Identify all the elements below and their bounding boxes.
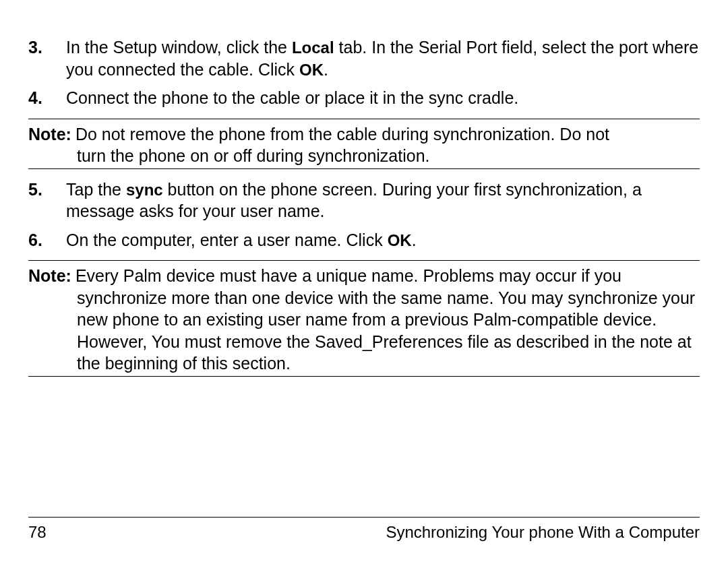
note-continuation: synchronize more than one device with th… bbox=[77, 287, 700, 375]
step-body: Tap the sync button on the phone screen.… bbox=[66, 179, 700, 222]
note-firstline: Every Palm device must have a unique nam… bbox=[75, 265, 700, 287]
footer-line: 78 Synchronizing Your phone With a Compu… bbox=[28, 523, 700, 542]
step-number: 6. bbox=[28, 229, 66, 251]
ui-term-sync: sync bbox=[126, 181, 163, 199]
text: In the Setup window, click the bbox=[66, 38, 292, 57]
step-body: Connect the phone to the cable or place … bbox=[66, 87, 700, 109]
step-number: 4. bbox=[28, 87, 66, 109]
note-1: Note: Do not remove the phone from the c… bbox=[28, 119, 700, 169]
ui-term-local: Local bbox=[292, 38, 334, 57]
section-title: Synchronizing Your phone With a Computer bbox=[386, 523, 700, 542]
step-3: 3. In the Setup window, click the Local … bbox=[28, 36, 700, 80]
text: Connect the phone to the cable or place … bbox=[66, 88, 518, 107]
step-number: 5. bbox=[28, 179, 66, 201]
divider bbox=[28, 168, 700, 169]
note-label: Note: bbox=[28, 265, 71, 287]
note-continuation: turn the phone on or off during synchron… bbox=[77, 145, 700, 167]
text: On the computer, enter a user name. Clic… bbox=[66, 230, 388, 249]
ui-term-ok: OK bbox=[299, 61, 324, 79]
step-number: 3. bbox=[28, 36, 66, 59]
divider bbox=[28, 260, 700, 261]
step-6: 6. On the computer, enter a user name. C… bbox=[28, 229, 700, 251]
text: . bbox=[324, 60, 328, 79]
step-4: 4. Connect the phone to the cable or pla… bbox=[28, 87, 700, 109]
page: 3. In the Setup window, click the Local … bbox=[0, 0, 728, 562]
note-2: Note: Every Palm device must have a uniq… bbox=[28, 260, 700, 377]
page-content: 3. In the Setup window, click the Local … bbox=[28, 36, 700, 377]
page-footer: 78 Synchronizing Your phone With a Compu… bbox=[28, 517, 700, 542]
note-row: Note: Every Palm device must have a uniq… bbox=[28, 265, 700, 287]
divider bbox=[28, 119, 700, 119]
text: . bbox=[412, 230, 417, 249]
step-body: In the Setup window, click the Local tab… bbox=[66, 36, 700, 80]
text: Tap the bbox=[66, 180, 126, 199]
note-row: Note: Do not remove the phone from the c… bbox=[28, 123, 700, 146]
divider bbox=[28, 376, 700, 377]
note-firstline: Do not remove the phone from the cable d… bbox=[75, 123, 700, 146]
step-body: On the computer, enter a user name. Clic… bbox=[66, 229, 700, 251]
divider bbox=[28, 517, 700, 518]
ui-term-ok: OK bbox=[388, 231, 412, 249]
step-5: 5. Tap the sync button on the phone scre… bbox=[28, 179, 700, 222]
page-number: 78 bbox=[28, 523, 47, 542]
note-label: Note: bbox=[28, 123, 71, 146]
